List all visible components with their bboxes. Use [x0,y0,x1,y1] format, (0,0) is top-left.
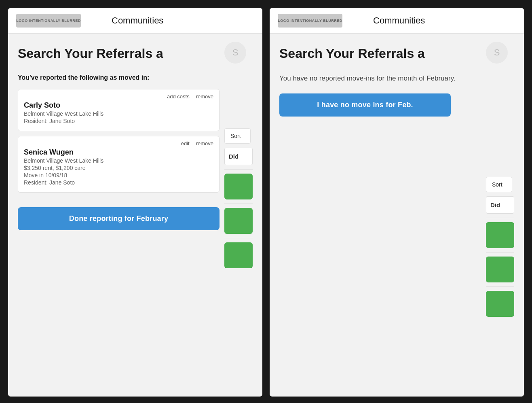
search-circle-icon-right: S [494,47,500,58]
remove-carly-link[interactable]: remove [196,93,213,100]
left-screen: LOGO INTENTIONALLY BLURRED Communities S… [8,8,262,397]
green-card-1-left [224,174,253,199]
right-partial-right: S Sort Did [486,42,514,321]
right-screen: LOGO INTENTIONALLY BLURRED Communities S… [270,8,524,397]
reported-label: You've reported the following as moved i… [18,73,220,82]
sort-partial-left: Sort [224,128,251,144]
senica-movein: Move in 10/09/18 [24,172,213,178]
left-page-title: Search Your Referrals a [18,46,220,61]
divider-1-right [486,218,514,218]
did-label-right: Did [486,196,514,214]
no-move-ins-button[interactable]: I have no move ins for Feb. [279,93,451,117]
left-nav-title: Communities [112,15,163,26]
divider-1-left [224,169,253,170]
green-card-2-right [486,257,514,282]
left-screen-content: Search Your Referrals a You've reported … [8,34,262,284]
screens-container: LOGO INTENTIONALLY BLURRED Communities S… [8,8,524,397]
card-senica-actions: edit remove [24,140,213,146]
did-label-left: Did [224,148,253,165]
green-card-1-right [486,222,514,248]
card-carly-soto: add costs remove Carly Soto Belmont Vill… [18,89,220,131]
left-partial-right: S Sort Did [224,42,253,272]
search-circle-icon-left: S [232,47,239,58]
green-card-3-left [224,242,253,268]
sort-partial-right: Sort [486,177,512,192]
senica-rent: $3,250 rent, $1,200 care [24,165,213,171]
green-card-2-left [224,208,253,234]
right-screen-content: Search Your Referrals a You have no repo… [270,34,524,333]
divider-3-right [486,286,514,287]
left-header: LOGO INTENTIONALLY BLURRED Communities [8,8,262,34]
divider-2-left [224,204,253,204]
card-senica-wugen: edit remove Senica Wugen Belmont Village… [18,136,220,193]
logo-blurred-right: LOGO INTENTIONALLY BLURRED [278,14,342,28]
right-nav-title: Communities [373,15,425,26]
divider-2-right [486,252,514,252]
remove-senica-link[interactable]: remove [196,140,213,146]
edit-senica-link[interactable]: edit [181,140,190,146]
carly-community: Belmont Village West Lake Hills [24,110,213,117]
add-costs-link[interactable]: add costs [167,93,190,100]
senica-community: Belmont Village West Lake Hills [24,157,213,164]
divider-3-left [224,238,253,238]
no-moves-text: You have no reported move-ins for the mo… [279,73,481,84]
carly-resident: Resident: Jane Soto [24,118,213,124]
card-carly-actions: add costs remove [24,93,213,100]
right-header: LOGO INTENTIONALLY BLURRED Communities [270,8,524,34]
carly-name: Carly Soto [24,101,213,110]
done-reporting-button[interactable]: Done reporting for February [18,207,220,230]
green-card-3-right [486,291,514,317]
senica-name: Senica Wugen [24,148,213,157]
logo-blurred-left: LOGO INTENTIONALLY BLURRED [16,14,81,28]
senica-resident: Resident: Jane Soto [24,179,213,186]
right-page-title: Search Your Referrals a [279,46,481,61]
